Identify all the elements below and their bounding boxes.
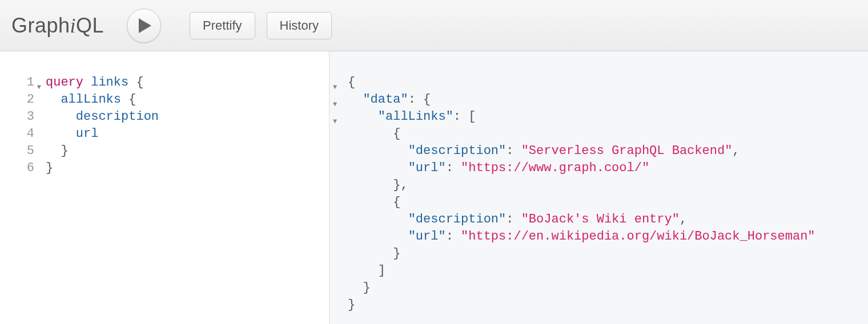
json-key: "url" [408, 161, 446, 175]
fold-arrow-icon[interactable]: ▼ [333, 113, 337, 130]
json-key: "description" [408, 212, 507, 226]
line-number: 1 [27, 75, 34, 90]
brace: { [136, 75, 143, 90]
json-string: "https://en.wikipedia.org/wiki/BoJack_Ho… [461, 229, 815, 244]
field: description [76, 110, 159, 124]
prettify-button[interactable]: Prettify [190, 12, 255, 39]
line-number: 3 [27, 110, 34, 124]
history-button[interactable]: History [267, 12, 332, 39]
logo-text-pre: Graph [11, 14, 70, 37]
json-key: "url" [408, 229, 446, 244]
json-string: "Serverless GraphQL Backend" [521, 144, 733, 158]
fold-arrow-icon[interactable]: ▼ [37, 79, 41, 96]
json-string: "BoJack's Wiki entry" [521, 212, 680, 226]
json-key: "data" [363, 92, 408, 107]
line-number: 6 [27, 161, 34, 175]
line-number: 5 [27, 144, 34, 158]
result-gutter: ▼ ▼ ▼ [329, 74, 345, 324]
fold-arrow-icon[interactable]: ▼ [333, 79, 337, 96]
toolbar: GraphiQL Prettify History [0, 0, 868, 51]
keyword-query: query [46, 75, 83, 90]
brace: } [46, 161, 53, 175]
line-number: 4 [27, 127, 34, 141]
json-key: "allLinks" [378, 110, 453, 124]
operation-name: links [91, 75, 128, 90]
field: url [76, 127, 99, 141]
logo-text-post: QL [76, 14, 104, 37]
query-code[interactable]: query links { allLinks { description url… [41, 74, 159, 324]
field-root: allLinks [61, 92, 121, 107]
logo-text-i: i [70, 14, 77, 37]
line-number: 2 [27, 92, 34, 107]
execute-button[interactable] [127, 9, 161, 43]
fold-arrow-icon[interactable]: ▼ [333, 96, 337, 113]
main-area: 1▼ 2 3 4 5 6 query links { allLinks { de… [0, 51, 868, 324]
play-icon [139, 18, 151, 33]
json-string: "https://www.graph.cool/" [461, 161, 649, 175]
result-json[interactable]: { "data": { "allLinks": [ { "description… [345, 74, 815, 324]
editor-gutter: 1▼ 2 3 4 5 6 [0, 74, 41, 324]
json-key: "description" [408, 144, 507, 158]
brace: } [61, 144, 68, 158]
brace: { [128, 92, 136, 107]
query-editor[interactable]: 1▼ 2 3 4 5 6 query links { allLinks { de… [0, 51, 329, 324]
app-logo: GraphiQL [11, 14, 104, 38]
result-pane: ▼ ▼ ▼ { "data": { "allLinks": [ { "descr… [329, 51, 868, 324]
